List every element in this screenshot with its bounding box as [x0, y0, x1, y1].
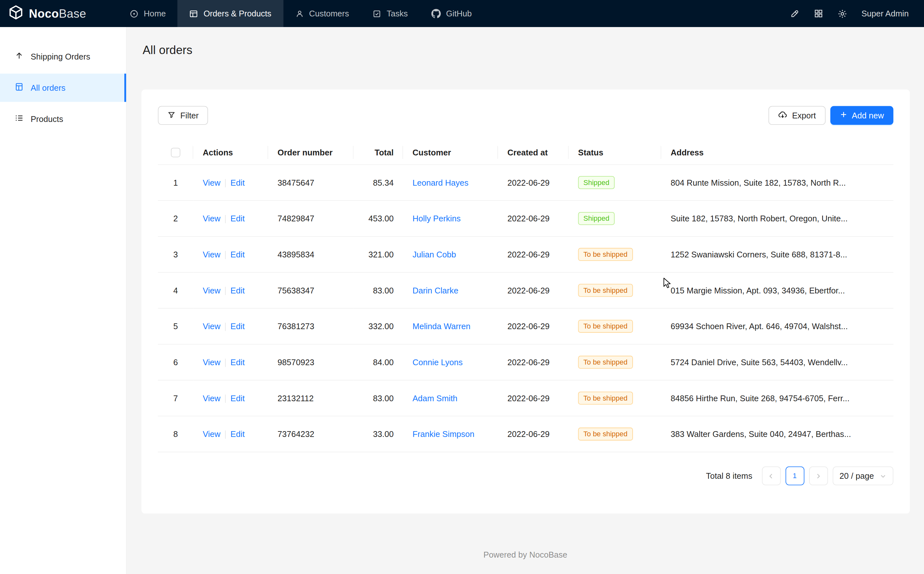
view-link[interactable]: View [203, 322, 221, 331]
status-badge: To be shipped [578, 356, 633, 369]
edit-link[interactable]: Edit [231, 429, 245, 439]
nav-item-customers[interactable]: Customers [283, 0, 361, 27]
ui-editor-highlighter-icon[interactable] [790, 9, 799, 18]
nav-item-github[interactable]: GitHub [420, 0, 483, 27]
nav-item-label: GitHub [446, 9, 472, 18]
customer-link[interactable]: Julian Cobb [412, 250, 456, 259]
pagination-next-button[interactable] [809, 467, 828, 486]
created-at-cell: 2022-06-29 [498, 309, 569, 345]
pagination-prev-button[interactable] [762, 467, 781, 486]
select-all-header [158, 140, 193, 165]
total-cell: 85.34 [354, 165, 403, 201]
page-header: All orders [127, 27, 924, 90]
page-title: All orders [143, 43, 910, 57]
view-link[interactable]: View [203, 358, 221, 367]
column-header-actions: Actions [193, 140, 268, 165]
row-index: 8 [158, 416, 193, 453]
plus-icon [839, 111, 847, 120]
edit-link[interactable]: Edit [231, 322, 245, 331]
page-size-select[interactable]: 20 / page [832, 467, 893, 486]
status-cell: Shipped [569, 165, 661, 201]
orders-card: Filter Export Add new [141, 90, 910, 514]
add-new-button[interactable]: Add new [830, 106, 893, 125]
view-link[interactable]: View [203, 394, 221, 403]
total-cell: 83.00 [354, 273, 403, 309]
row-index: 3 [158, 237, 193, 273]
view-link[interactable]: View [203, 178, 221, 187]
filter-button-label: Filter [180, 111, 199, 120]
home-icon [130, 9, 139, 18]
status-badge: Shipped [578, 212, 615, 225]
table-header-row: Actions Order number Total Customer Crea… [158, 140, 893, 165]
sidebar-item-products[interactable]: Products [0, 105, 126, 133]
order-number-cell: 74829847 [268, 201, 354, 237]
order-number-cell: 76381273 [268, 309, 354, 345]
nav-item-label: Customers [309, 9, 349, 18]
pagination-page-1[interactable]: 1 [785, 467, 804, 486]
filter-button[interactable]: Filter [158, 106, 208, 125]
screen: NocoBase Home Orders & Products Customer… [0, 0, 924, 574]
created-at-cell: 2022-06-29 [498, 201, 569, 237]
edit-link[interactable]: Edit [231, 250, 245, 259]
view-link[interactable]: View [203, 214, 221, 223]
chevron-down-icon [880, 473, 886, 479]
select-all-checkbox[interactable] [171, 148, 180, 157]
navbar-right: Super Admin [790, 0, 924, 27]
view-link[interactable]: View [203, 286, 221, 295]
created-at-cell: 2022-06-29 [498, 273, 569, 309]
list-icon [15, 114, 24, 124]
column-header-total: Total [354, 140, 403, 165]
customer-link[interactable]: Connie Lyons [412, 358, 463, 367]
customers-icon [295, 9, 303, 18]
customer-link[interactable]: Darin Clarke [412, 286, 458, 295]
nav-item-tasks[interactable]: Tasks [361, 0, 420, 27]
customer-link[interactable]: Adam Smith [412, 394, 458, 403]
status-cell: To be shipped [569, 416, 661, 453]
arrow-up-icon [15, 51, 24, 62]
sidebar-item-shipping-orders[interactable]: Shipping Orders [0, 43, 126, 71]
actions-cell: ViewEdit [193, 165, 268, 201]
order-number-cell: 73764232 [268, 416, 354, 453]
customer-link[interactable]: Frankie Simpson [412, 429, 474, 439]
content-area: All orders Filter Export [127, 27, 924, 574]
brand-logo[interactable]: NocoBase [0, 0, 118, 27]
sidebar-item-all-orders[interactable]: All orders [0, 74, 126, 102]
brand-name: NocoBase [29, 7, 86, 20]
add-new-button-label: Add new [852, 111, 884, 120]
customer-link[interactable]: Melinda Warren [412, 322, 471, 331]
actions-cell: ViewEdit [193, 309, 268, 345]
status-cell: To be shipped [569, 380, 661, 416]
action-divider [225, 179, 226, 188]
edit-link[interactable]: Edit [231, 394, 245, 403]
edit-link[interactable]: Edit [231, 178, 245, 187]
row-index: 7 [158, 380, 193, 416]
view-link[interactable]: View [203, 250, 221, 259]
user-menu[interactable]: Super Admin [862, 9, 909, 18]
table-row: 5ViewEdit76381273332.00Melinda Warren202… [158, 309, 893, 345]
settings-gear-icon[interactable] [837, 9, 847, 19]
plugin-blocks-icon[interactable] [813, 9, 823, 18]
status-badge: To be shipped [578, 392, 633, 405]
edit-link[interactable]: Edit [231, 358, 245, 367]
customer-cell: Frankie Simpson [403, 416, 498, 453]
customer-link[interactable]: Leonard Hayes [412, 178, 468, 187]
customer-cell: Connie Lyons [403, 344, 498, 380]
edit-link[interactable]: Edit [231, 286, 245, 295]
edit-link[interactable]: Edit [231, 214, 245, 223]
customer-link[interactable]: Holly Perkins [412, 214, 461, 223]
nav-item-orders-products[interactable]: Orders & Products [178, 0, 283, 27]
customer-cell: Darin Clarke [403, 273, 498, 309]
address-cell: 84856 Hirthe Run, Suite 268, 94754-6705,… [661, 380, 893, 416]
customer-cell: Melinda Warren [403, 309, 498, 345]
column-header-status: Status [569, 140, 661, 165]
column-header-created-at: Created at [498, 140, 569, 165]
created-at-cell: 2022-06-29 [498, 344, 569, 380]
export-button[interactable]: Export [769, 106, 826, 125]
address-cell: 69934 Schoen River, Apt. 646, 49704, Wal… [661, 309, 893, 345]
nav-item-home[interactable]: Home [118, 0, 178, 27]
created-at-cell: 2022-06-29 [498, 416, 569, 453]
sidebar-item-label: All orders [31, 83, 65, 92]
view-link[interactable]: View [203, 429, 221, 439]
status-cell: Shipped [569, 201, 661, 237]
tasks-icon [373, 9, 381, 18]
